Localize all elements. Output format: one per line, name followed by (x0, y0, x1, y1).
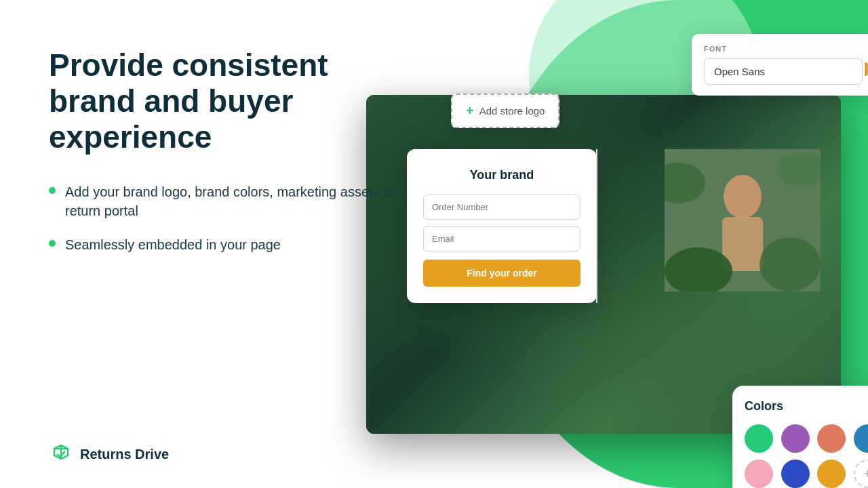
portal-divider (596, 149, 597, 303)
device-screen: Your brand Find your order (366, 95, 841, 434)
color-swatch-dark-blue[interactable] (781, 460, 810, 488)
svg-point-4 (728, 178, 757, 208)
color-swatch-coral[interactable] (817, 424, 846, 453)
left-content: Provide consistent brand and buyer exper… (49, 47, 401, 281)
add-store-logo-button[interactable]: + Add store logo (451, 94, 559, 128)
woman-silhouette (665, 149, 821, 291)
bullet-text-1: Add your brand logo, brand colors, marke… (65, 182, 401, 220)
portal-card: Your brand Find your order (407, 149, 597, 303)
colors-card: Colors + (732, 386, 868, 488)
portal-brand-title: Your brand (423, 168, 580, 182)
bullet-list: Add your brand logo, brand colors, marke… (49, 182, 401, 254)
colors-title: Colors (745, 399, 868, 413)
bullet-item-2: Seamlessly embedded in your page (49, 235, 401, 254)
returns-drive-icon (49, 442, 73, 466)
color-swatch-green[interactable] (745, 424, 773, 453)
bullet-item-1: Add your brand logo, brand colors, marke… (49, 182, 401, 220)
color-swatch-amber[interactable] (817, 460, 846, 488)
woman-photo (665, 149, 821, 291)
font-select-wrapper: Open Sans Roboto Lato Montserrat (704, 58, 863, 85)
bullet-text-2: Seamlessly embedded in your page (65, 235, 281, 254)
svg-marker-0 (865, 62, 868, 79)
add-logo-label: Add store logo (479, 105, 545, 117)
font-card: FONT Open Sans Roboto Lato Montserrat (692, 34, 868, 96)
add-color-button[interactable]: + (854, 460, 869, 488)
color-swatch-pink[interactable] (745, 460, 773, 488)
color-swatch-purple[interactable] (781, 424, 810, 453)
add-color-plus-icon: + (864, 467, 868, 481)
brand-name: Returns Drive (80, 447, 169, 462)
mockup-area: + Add store logo FONT Open Sans Roboto L… (353, 34, 868, 488)
colors-grid: + (745, 424, 868, 488)
cursor-pointer (863, 61, 868, 83)
find-order-button[interactable]: Find your order (423, 260, 580, 287)
device-frame: Your brand Find your order (366, 95, 841, 434)
svg-point-8 (760, 237, 821, 291)
brand-logo: Returns Drive (49, 442, 169, 466)
bullet-dot-2 (49, 240, 56, 247)
main-heading: Provide consistent brand and buyer exper… (49, 47, 401, 155)
order-number-input[interactable] (423, 195, 580, 220)
email-input[interactable] (423, 226, 580, 251)
bullet-dot-1 (49, 187, 56, 194)
font-label: FONT (704, 45, 863, 53)
color-swatch-blue[interactable] (854, 424, 869, 453)
font-selector[interactable]: Open Sans Roboto Lato Montserrat (704, 58, 863, 85)
plus-icon: + (466, 103, 474, 119)
